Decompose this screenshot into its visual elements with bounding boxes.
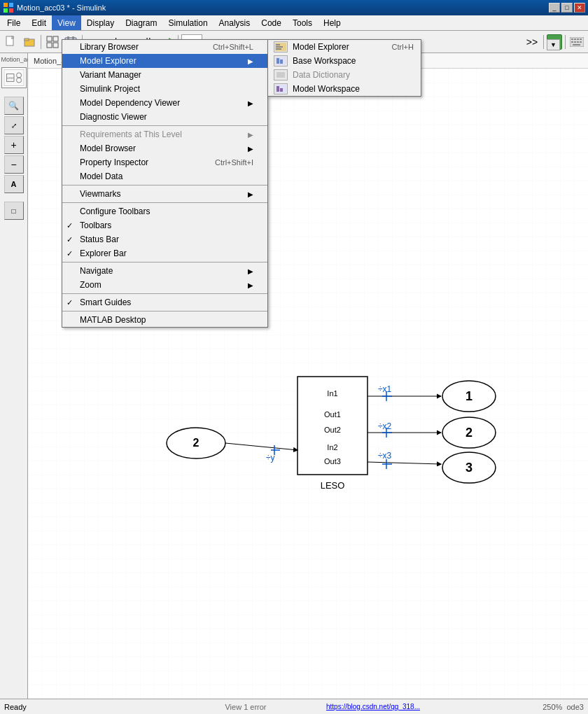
svg-rect-18 [574,38,576,40]
vm-model-browser[interactable]: Model Browser ▶ [62,141,267,155]
svg-text:Out2: Out2 [324,426,341,434]
vm-sep-5 [62,293,267,294]
window-controls: _ □ ✕ [549,3,585,13]
vm-property-inspector-label: Property Inspector [80,158,148,167]
close-button[interactable]: ✕ [574,3,585,13]
svg-rect-14 [67,36,69,39]
menu-help[interactable]: Help [318,15,346,30]
maximize-button[interactable]: □ [561,3,573,13]
more-button[interactable]: >> [524,34,540,50]
vm-sep-6 [62,311,267,312]
vm-smart-guides-check: ✓ [66,298,73,307]
keyboard-button[interactable] [568,34,585,50]
svg-text:In2: In2 [327,443,337,451]
svg-rect-73 [276,86,279,92]
view-menu-dropdown: Library Browser Ctrl+Shift+L Model Explo… [62,39,268,328]
vm-explorer-bar-label: Explorer Bar [80,248,127,258]
canvas-scroll-btn[interactable]: ▼ [547,39,560,50]
vm-toolbars-label: Toolbars [80,220,111,230]
vm-model-dependency[interactable]: Model Dependency Viewer ▶ [62,96,267,110]
toolbar-separator-5 [565,35,566,49]
zoom-in-tool[interactable]: + [4,136,24,154]
model-name-mini[interactable]: Motion_acc0 [1,56,27,63]
me-base-workspace[interactable]: Base Workspace [268,54,421,68]
svg-text:÷x1: ÷x1 [378,384,392,394]
vm-zoom[interactable]: Zoom ▶ [62,278,267,292]
vm-smart-guides-label: Smart Guides [80,298,131,307]
me-model-explorer[interactable]: Model Explorer Ctrl+H [268,40,421,54]
menu-analysis[interactable]: Analysis [214,15,256,30]
vm-library-browser-label: Library Browser [80,42,139,52]
vm-explorer-bar-check: ✓ [66,249,73,258]
menu-simulation[interactable]: Simulation [163,15,214,30]
vm-viewmarks[interactable]: Viewmarks ▶ [62,187,267,201]
vm-requirements[interactable]: Requirements at This Level ▶ [62,127,267,141]
vm-toolbars[interactable]: ✓ Toolbars [62,218,267,232]
me-model-explorer-label: Model Explorer [293,42,349,52]
border-tool[interactable]: □ [4,202,24,220]
svg-text:1: 1 [465,389,472,403]
svg-rect-21 [571,41,573,43]
vm-sep-4 [62,262,267,262]
model-thumbnail[interactable]: LESO [1,67,27,88]
vm-diagnostic-viewer[interactable]: Diagnostic Viewer [62,110,267,124]
menu-display[interactable]: Display [81,15,120,30]
zoom-out-tool[interactable]: − [4,155,24,174]
vm-library-browser[interactable]: Library Browser Ctrl+Shift+L [62,40,267,54]
vm-model-browser-label: Model Browser [80,144,136,153]
left-panel: Motion_acc0 LESO 🔍 ⤢ + − A □ [0,53,28,699]
new-button[interactable] [3,34,20,50]
window-title: Motion_acc03 * - Simulink [17,4,549,12]
vm-smart-guides[interactable]: ✓ Smart Guides [62,295,267,309]
open-button[interactable] [21,34,38,50]
vm-status-bar[interactable]: ✓ Status Bar [62,232,267,246]
svg-rect-20 [580,38,582,40]
me-model-workspace[interactable]: Model Workspace [268,82,421,96]
vm-navigate[interactable]: Navigate ▶ [62,264,267,278]
vm-matlab-desktop[interactable]: MATLAB Desktop [62,313,267,327]
vm-variant-manager[interactable]: Variant Manager [62,68,267,82]
svg-rect-2 [4,8,8,13]
vm-requirements-label: Requirements at This Level [80,130,182,139]
fit-tool[interactable]: ⤢ [4,116,24,134]
minimize-button[interactable]: _ [549,3,560,13]
svg-rect-0 [4,3,8,7]
menu-view[interactable]: View [52,15,81,30]
vm-configure-toolbars[interactable]: Configure Toolbars [62,204,267,218]
vm-simulink-project[interactable]: Simulink Project [62,82,267,96]
svg-text:Out1: Out1 [324,410,341,419]
vm-model-dependency-arrow: ▶ [248,99,253,107]
menu-file[interactable]: File [1,15,26,30]
svg-rect-22 [574,41,576,43]
menu-code[interactable]: Code [255,15,287,30]
text-tool[interactable]: A [4,175,24,193]
vm-simulink-project-label: Simulink Project [80,84,140,94]
svg-rect-23 [577,41,579,43]
svg-text:LESO: LESO [321,480,345,491]
status-error-text: View 1 error [165,703,326,711]
me-base-workspace-icon [274,55,288,66]
svg-text:LESO: LESO [7,77,14,80]
vm-model-explorer[interactable]: Model Explorer ▶ [62,54,267,68]
grid-button[interactable] [44,34,61,50]
menu-edit[interactable]: Edit [26,15,52,30]
zoom-tool[interactable]: 🔍 [4,97,24,115]
vm-sep-3 [62,202,267,203]
status-zoom-text: 250% ode3 [423,703,584,711]
me-data-dictionary[interactable]: Data Dictionary [268,68,421,82]
vm-model-data[interactable]: Model Data [62,169,267,183]
svg-rect-8 [47,36,52,41]
vm-explorer-bar[interactable]: ✓ Explorer Bar [62,246,267,260]
menu-tools[interactable]: Tools [287,15,318,30]
vm-viewmarks-label: Viewmarks [80,189,120,199]
vm-property-inspector[interactable]: Property Inspector Ctrl+Shift+I [62,155,267,169]
vm-model-browser-arrow: ▶ [248,145,253,153]
vm-status-bar-check: ✓ [66,235,73,244]
me-model-workspace-icon [274,83,288,94]
status-link[interactable]: https://blog.csdn.net/qq_318... [326,703,420,710]
svg-text:÷x3: ÷x3 [378,451,392,461]
svg-text:3: 3 [465,461,472,475]
menu-diagram[interactable]: Diagram [120,15,162,30]
vm-navigate-arrow: ▶ [248,267,253,275]
vm-toolbars-check: ✓ [66,221,73,230]
